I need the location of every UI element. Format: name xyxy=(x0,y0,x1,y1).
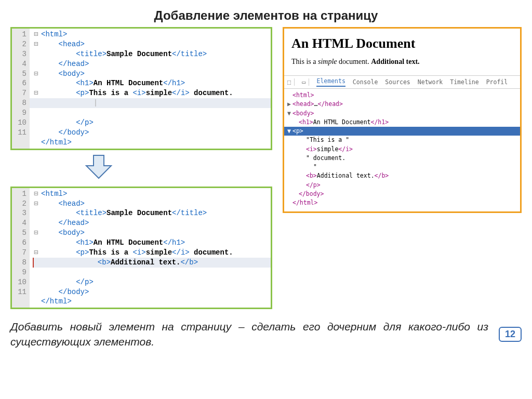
devtools-tab-sources[interactable]: Sources xyxy=(385,78,410,86)
devtools-tab-elements[interactable]: Elements xyxy=(316,77,345,87)
devtools-tab-timeline[interactable]: Timeline xyxy=(450,78,478,86)
footer-caption: Добавить новый элемент на страницу – сде… xyxy=(10,320,488,349)
code-editor-top: 1234567891011 ⊟<html> ⊟ <head> <title>Sa… xyxy=(10,27,272,150)
browser-preview: An HTML Document This is a simple docume… xyxy=(283,27,522,213)
devtools-panel: ⬚ ▭ ElementsConsoleSourcesNetworkTimelin… xyxy=(284,75,520,211)
devtools-tab-network[interactable]: Network xyxy=(418,78,443,86)
page-number: 12 xyxy=(499,327,522,342)
code-editor-bottom: 1234567891011 ⊟<html> ⊟ <head> <title>Sa… xyxy=(10,187,272,310)
slide-title: Добавление элементов на страницу xyxy=(10,8,522,23)
inspect-icon[interactable]: ⬚ xyxy=(287,78,295,86)
devtools-tab-console[interactable]: Console xyxy=(353,78,378,86)
rendered-heading: An HTML Document xyxy=(291,36,513,51)
dom-tree[interactable]: <html>▶<head>…</head>▼<body><h1>An HTML … xyxy=(284,89,520,211)
arrow-down-icon xyxy=(73,153,125,181)
device-icon[interactable]: ▭ xyxy=(302,78,309,86)
rendered-paragraph: This is a simple document. Additional te… xyxy=(291,58,513,66)
devtools-tab-profil[interactable]: Profil xyxy=(486,78,508,86)
